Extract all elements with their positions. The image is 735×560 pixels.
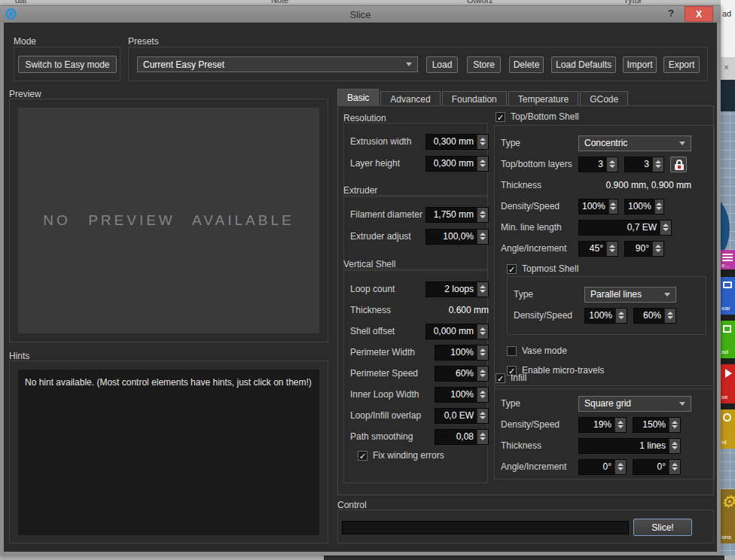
tbs-thickness-row: Thickness 0.900 mm, 0.900 mm <box>501 177 711 193</box>
topmost-type-select[interactable]: Parallel lines <box>584 287 676 303</box>
spinner-buttons[interactable] <box>477 409 488 423</box>
perimeter-speed-spinbox[interactable]: 60% <box>435 366 489 382</box>
toolbar-button-load[interactable]: ad <box>721 321 735 358</box>
toolbar-button-print[interactable]: nt <box>721 409 735 449</box>
infill-angle-spinbox[interactable]: 0° <box>578 459 627 475</box>
spinner-buttons[interactable] <box>477 208 488 222</box>
extrusion-width-spinbox[interactable]: 0,300 mm <box>425 134 489 150</box>
infill-density-spinbox[interactable]: 19% <box>578 417 627 433</box>
delete-button[interactable]: Delete <box>509 56 544 73</box>
toolbar-button-list[interactable]: e... <box>721 250 735 269</box>
tbs-density-spinbox[interactable]: 100% <box>578 199 618 215</box>
perimeter-width-spinbox[interactable]: 100% <box>435 345 489 361</box>
preview-group-label: Preview <box>9 89 41 99</box>
loop-infill-overlap-spinbox[interactable]: 0,0 EW <box>435 408 489 424</box>
spinner-buttons[interactable] <box>654 199 663 214</box>
filament-diameter-spinbox[interactable]: 1,750 mm <box>425 207 489 223</box>
vase-mode-checkbox[interactable]: Vase mode <box>507 345 567 356</box>
infill-thickness-spinbox[interactable]: 1 lines <box>578 438 681 454</box>
spinner-buttons[interactable] <box>664 309 676 323</box>
help-button[interactable]: ? <box>665 8 677 20</box>
loop-infill-overlap-label: Loop/Infill overlap <box>350 410 421 421</box>
spinner-buttons[interactable] <box>477 157 488 171</box>
spinner-buttons[interactable] <box>615 460 626 474</box>
tab-foundation[interactable]: Foundation <box>442 91 507 106</box>
spinner-buttons[interactable] <box>652 242 663 256</box>
close-button[interactable]: X <box>685 6 713 22</box>
fix-winding-errors-checkbox[interactable]: ✓ Fix winding errors <box>358 450 444 461</box>
inner-loop-width-spinbox[interactable]: 100% <box>435 387 489 403</box>
spinner-buttons[interactable] <box>652 157 663 172</box>
top-bottom-shell-checkbox[interactable]: ✓ Top/Bottom Shell <box>496 111 579 122</box>
tab-close-icon[interactable]: × <box>724 62 729 73</box>
top-layers-spinbox[interactable]: 3 <box>578 157 618 172</box>
tbs-increment-spinbox[interactable]: 90° <box>624 241 664 257</box>
toolbar-button-save[interactable]: ve <box>721 364 735 403</box>
infill-checkbox[interactable]: ✓ Infill <box>496 373 526 383</box>
min-line-length-spinbox[interactable]: 0,7 EW <box>578 220 672 236</box>
load-button[interactable]: Load <box>426 56 458 73</box>
infill-speed-spinbox[interactable]: 150% <box>633 417 681 433</box>
spinner-buttons[interactable] <box>606 242 618 256</box>
inner-loop-width-row: Inner Loop Width 100% <box>350 386 484 403</box>
spinner-buttons[interactable] <box>477 282 488 297</box>
path-smoothing-spinbox[interactable]: 0,08 <box>435 429 489 445</box>
spinner-buttons[interactable] <box>477 345 488 360</box>
store-button[interactable]: Store <box>467 56 501 73</box>
slice-button[interactable]: Slice! <box>633 519 692 536</box>
toolbar-button-options[interactable]: ⚙ ons <box>721 489 735 543</box>
loop-count-spinbox[interactable]: 2 loops <box>425 282 489 297</box>
background-3d-view <box>721 80 735 250</box>
topmost-density-spinbox[interactable]: 100% <box>584 308 627 324</box>
mode-group-label: Mode <box>14 36 36 47</box>
spinner-buttons[interactable] <box>477 135 488 149</box>
checkbox[interactable]: ✓ <box>507 264 517 274</box>
topmost-speed-spinbox[interactable]: 60% <box>633 308 676 324</box>
infill-increment-spinbox[interactable]: 0° <box>633 459 681 475</box>
checkbox[interactable] <box>507 346 517 356</box>
loop-count-label: Loop count <box>350 284 395 294</box>
export-button[interactable]: Export <box>663 56 700 73</box>
spinner-buttons[interactable] <box>615 309 627 323</box>
spinner-buttons[interactable] <box>615 418 626 432</box>
spinner-buttons[interactable] <box>660 221 671 235</box>
spinner-buttons[interactable] <box>477 388 488 402</box>
tbs-angle-spinbox[interactable]: 45° <box>578 241 618 257</box>
tab-basic[interactable]: Basic <box>337 89 379 106</box>
checkbox[interactable]: ✓ <box>496 112 505 122</box>
spinner-buttons[interactable] <box>606 157 618 172</box>
spinner-buttons[interactable] <box>669 439 680 453</box>
load-defaults-button[interactable]: Load Defaults <box>551 56 616 73</box>
bottom-layers-spinbox[interactable]: 3 <box>624 157 664 172</box>
extruder-adjust-spinbox[interactable]: 100,0% <box>425 229 489 245</box>
lock-layers-button[interactable] <box>670 157 687 172</box>
background-tab-close[interactable]: × <box>721 57 735 80</box>
spinner-buttons[interactable] <box>477 324 488 339</box>
switch-easy-mode-button[interactable]: Switch to Easy mode <box>18 56 117 73</box>
titlebar[interactable]: Slice ? X <box>0 6 721 23</box>
checkbox[interactable]: ✓ <box>496 373 505 383</box>
tbs-speed-spinbox[interactable]: 100% <box>624 199 664 215</box>
import-button[interactable]: Import <box>623 56 657 73</box>
layer-height-spinbox[interactable]: 0,300 mm <box>425 156 489 172</box>
tab-advanced[interactable]: Advanced <box>380 91 440 106</box>
tab-gcode[interactable]: GCode <box>580 91 628 106</box>
tab-temperature[interactable]: Temperature <box>508 91 578 106</box>
preset-select[interactable]: Current Easy Preset <box>137 56 418 72</box>
toolbar-button-clear[interactable]: ear <box>721 277 735 315</box>
background-top-strip: dat Note Otwórz Tytuł <box>0 0 735 6</box>
spinner-buttons[interactable] <box>669 418 680 432</box>
checkbox[interactable]: ✓ <box>358 451 368 461</box>
shell-offset-spinbox[interactable]: 0,000 mm <box>425 324 489 339</box>
spinner-buttons[interactable] <box>608 199 618 214</box>
spinner-buttons[interactable] <box>669 460 680 474</box>
tbs-type-select[interactable]: Concentric <box>578 135 691 151</box>
topmost-shell-checkbox[interactable]: ✓ Topmost Shell <box>507 263 578 274</box>
spinner-buttons[interactable] <box>477 230 488 244</box>
spinner-buttons[interactable] <box>477 367 488 381</box>
top-bottom-shell-label: Top/Bottom Shell <box>511 111 579 122</box>
tbs-thickness-label: Thickness <box>501 180 541 190</box>
infill-type-select[interactable]: Square grid <box>578 396 691 412</box>
background-label: Note <box>271 0 288 5</box>
spinner-buttons[interactable] <box>477 430 488 444</box>
